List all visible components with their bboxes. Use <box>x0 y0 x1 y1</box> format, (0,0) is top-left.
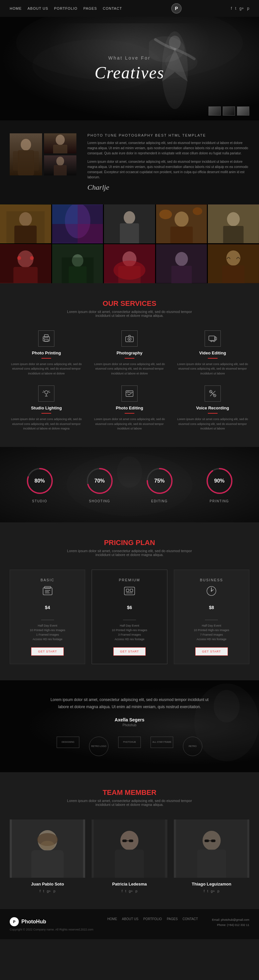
plan-premium-icon <box>99 585 160 599</box>
svg-point-15 <box>19 212 32 226</box>
team-3-google[interactable]: g+ <box>211 889 215 893</box>
service-divider-photography <box>125 358 134 359</box>
svg-rect-32 <box>223 226 244 243</box>
svg-point-55 <box>44 338 44 339</box>
social-facebook[interactable]: f <box>231 6 232 11</box>
team-2-twitter[interactable]: t <box>125 889 126 893</box>
svg-rect-97 <box>130 589 133 592</box>
footer-nav[interactable]: HOME ABOUT US PORTFOLIO PAGES CONTACT <box>108 917 198 921</box>
footer-nav-pages[interactable]: PAGES <box>167 917 178 921</box>
footer-nav-about[interactable]: ABOUT US <box>122 917 138 921</box>
plan-basic-name: BASIC <box>16 578 78 582</box>
about-text-2: Lorem ipsum dolor sit amet, consectetur … <box>87 159 249 180</box>
svg-point-65 <box>44 391 48 394</box>
footer-logo: P PhotoHub <box>10 917 93 926</box>
svg-point-36 <box>17 256 21 260</box>
hero-thumb-1[interactable] <box>208 107 221 116</box>
skill-printing-label: PRINTING <box>205 500 234 503</box>
gallery-item-6[interactable] <box>0 244 51 283</box>
nav-about[interactable]: ABOUT US <box>27 6 48 10</box>
video-editing-icon <box>205 331 221 347</box>
hero-thumb-3[interactable] <box>237 107 249 116</box>
brand-logo[interactable]: P <box>171 3 182 14</box>
svg-rect-9 <box>33 151 39 170</box>
nav-contact[interactable]: CONTACT <box>103 6 122 10</box>
svg-point-23 <box>124 212 135 224</box>
footer-nav-contact[interactable]: CONTACT <box>183 917 198 921</box>
service-name-photography: Photography <box>93 350 167 355</box>
team-1-twitter[interactable]: t <box>43 889 44 893</box>
svg-rect-119 <box>204 840 209 842</box>
team-2-facebook[interactable]: f <box>122 889 123 893</box>
gallery-item-10[interactable] <box>208 244 259 283</box>
team-social-2[interactable]: f t g+ p <box>92 889 167 893</box>
service-desc-photography: Lorem ipsum dolor sit amet cons adipisci… <box>93 362 167 376</box>
svg-line-68 <box>43 391 44 391</box>
plan-basic-f1: Half Day Event <box>16 624 78 627</box>
team-3-pinterest[interactable]: p <box>218 889 219 893</box>
social-pinterest[interactable]: p <box>247 6 249 11</box>
team-2-google[interactable]: g+ <box>129 889 133 893</box>
plan-basic-f3: 1 Framed Images <box>16 633 78 636</box>
team-3-twitter[interactable]: t <box>207 889 208 893</box>
svg-rect-91 <box>44 587 51 589</box>
about-image-collage <box>10 133 78 192</box>
skill-printing-donut: 90% <box>205 466 234 495</box>
svg-rect-120 <box>211 840 215 842</box>
nav-pages[interactable]: PAGES <box>83 6 97 10</box>
about-photos-stack <box>44 133 76 175</box>
nav-home[interactable]: HOME <box>10 6 22 10</box>
team-1-pinterest[interactable]: p <box>53 889 56 893</box>
service-divider-voice <box>208 413 218 414</box>
svg-rect-49 <box>208 245 259 283</box>
service-photo-printing: Photo Printing Lorem ipsum dolor sit ame… <box>10 331 83 376</box>
skill-printing-pct: 90% <box>214 478 224 484</box>
gallery-item-5[interactable] <box>208 205 259 243</box>
svg-rect-8 <box>13 151 19 170</box>
gallery-item-3[interactable] <box>104 205 155 243</box>
footer-brand: P PhotoHub Copyright © 2022 Company name… <box>10 917 93 931</box>
plan-premium-btn[interactable]: GET START <box>113 647 146 656</box>
svg-rect-90 <box>43 588 52 595</box>
gallery-item-9[interactable] <box>156 244 207 283</box>
footer-nav-home[interactable]: HOME <box>108 917 117 921</box>
social-google[interactable]: g+ <box>240 6 244 11</box>
gallery-item-2[interactable] <box>52 205 103 243</box>
plan-basic-btn[interactable]: GET START <box>31 647 64 656</box>
team-2-pinterest[interactable]: p <box>135 889 137 893</box>
team-1-google[interactable]: g+ <box>47 889 51 893</box>
pricing-grid: BASIC $4 Half Day Event 10 Printed High-… <box>10 570 249 664</box>
studio-lighting-icon <box>38 385 54 402</box>
team-social-3[interactable]: f t g+ p <box>174 889 249 893</box>
service-photography: Photography Lorem ipsum dolor sit amet c… <box>93 331 167 376</box>
gallery-item-4[interactable] <box>156 205 207 243</box>
nav-links[interactable]: HOME ABOUT US PORTFOLIO PAGES CONTACT <box>10 6 122 10</box>
nav-portfolio[interactable]: PORTFOLIO <box>54 6 77 10</box>
plan-business-btn[interactable]: GET START <box>195 647 228 656</box>
brand-retro2: RETRO <box>183 737 202 756</box>
skill-studio: 80% STUDIO <box>25 466 54 503</box>
plan-premium-name: PREMIUM <box>99 578 160 582</box>
gallery-item-7[interactable] <box>52 244 103 283</box>
svg-rect-46 <box>156 245 207 283</box>
plan-basic-f4: Access HD res footage <box>16 638 78 641</box>
svg-point-10 <box>56 135 65 145</box>
main-nav: HOME ABOUT US PORTFOLIO PAGES CONTACT P … <box>0 0 259 17</box>
footer-contact: Email: photohub@gmail.com Phone: (+84) 0… <box>212 917 249 928</box>
skill-studio-label: STUDIO <box>25 500 54 503</box>
gallery-item-1[interactable] <box>0 205 51 243</box>
hero-thumb-2[interactable] <box>223 107 235 116</box>
team-3-facebook[interactable]: f <box>203 889 205 893</box>
social-links[interactable]: f t g+ p <box>231 6 249 11</box>
gallery-item-8[interactable] <box>104 244 155 283</box>
plan-business-icon <box>181 585 243 599</box>
hero-thumbnails[interactable] <box>208 107 249 116</box>
brand-photohub: PHOTOHUB <box>118 737 141 748</box>
footer-nav-portfolio[interactable]: PORTFOLIO <box>143 917 162 921</box>
social-twitter[interactable]: t <box>235 6 236 11</box>
team-social-1[interactable]: f t g+ p <box>10 889 85 893</box>
svg-point-75 <box>129 391 129 392</box>
team-1-facebook[interactable]: f <box>40 889 40 893</box>
plan-business-f1: Half Day Event <box>181 624 243 627</box>
svg-point-19 <box>65 205 90 238</box>
